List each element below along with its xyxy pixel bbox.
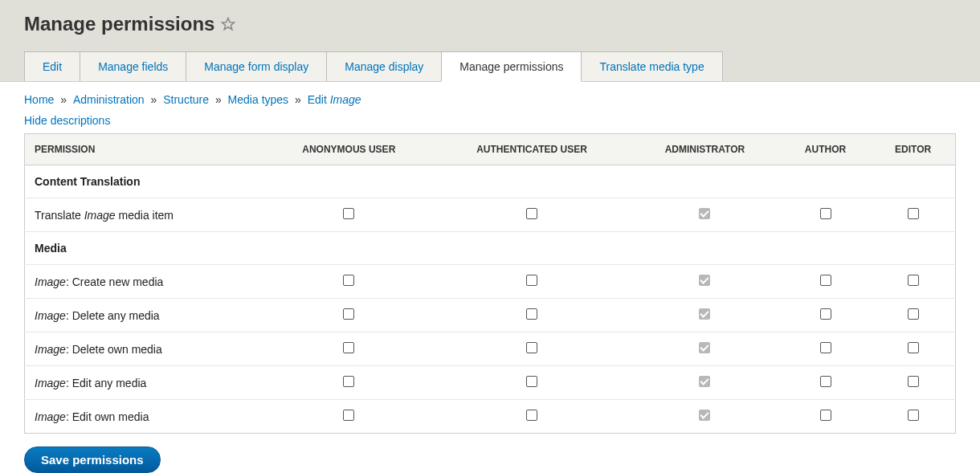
breadcrumb-link[interactable]: Administration: [73, 93, 145, 106]
permission-checkbox[interactable]: [526, 376, 537, 387]
breadcrumb: Home » Administration » Structure » Medi…: [24, 93, 956, 106]
col-role: Author: [780, 134, 872, 165]
permission-checkbox[interactable]: [526, 410, 537, 421]
col-role: Administrator: [630, 134, 780, 165]
permission-checkbox[interactable]: [526, 342, 537, 353]
content-region: Home » Administration » Structure » Medi…: [0, 82, 980, 473]
page-title-text: Manage permissions: [24, 13, 214, 35]
permission-cell: [434, 332, 630, 366]
permission-label: Image: Create new media: [25, 265, 264, 299]
permission-label: Image: Delete own media: [25, 332, 264, 366]
col-role: Anonymous user: [264, 134, 434, 165]
permission-cell: [630, 366, 780, 400]
breadcrumb-separator: »: [292, 93, 304, 106]
permission-checkbox[interactable]: [343, 308, 354, 320]
permission-checkbox[interactable]: [820, 208, 831, 219]
tabs: EditManage fieldsManage form displayMana…: [24, 51, 956, 81]
permission-checkbox[interactable]: [908, 342, 919, 353]
permission-checkbox: [699, 410, 710, 421]
permission-checkbox[interactable]: [526, 308, 537, 320]
permission-checkbox[interactable]: [820, 376, 831, 387]
permission-label: Image: Delete any media: [25, 299, 264, 332]
permission-checkbox: [699, 308, 710, 320]
permission-cell: [264, 299, 434, 332]
col-permission: Permission: [25, 134, 264, 165]
tab-manage-form-display[interactable]: Manage form display: [186, 51, 327, 81]
permission-cell: [780, 400, 872, 434]
table-row: Translate Image media item: [25, 198, 956, 232]
permission-checkbox[interactable]: [343, 376, 354, 387]
breadcrumb-link[interactable]: Home: [24, 93, 54, 106]
permission-checkbox: [699, 275, 710, 286]
table-row: Image: Delete any media: [25, 299, 956, 332]
permission-checkbox[interactable]: [820, 342, 831, 353]
table-row: Image: Create new media: [25, 265, 956, 299]
permission-checkbox[interactable]: [908, 410, 919, 421]
star-outline-icon[interactable]: [221, 17, 235, 31]
permission-cell: [264, 400, 434, 434]
permission-cell: [434, 265, 630, 299]
permission-checkbox: [699, 208, 710, 219]
tab-manage-display[interactable]: Manage display: [326, 51, 442, 81]
permission-checkbox[interactable]: [908, 376, 919, 387]
permission-cell: [630, 265, 780, 299]
permission-cell: [780, 265, 872, 299]
permissions-table: PermissionAnonymous userAuthenticated us…: [24, 133, 956, 434]
tab-translate-media-type[interactable]: Translate media type: [581, 51, 722, 81]
permission-cell: [871, 332, 955, 366]
permission-checkbox[interactable]: [908, 308, 919, 320]
permission-cell: [264, 366, 434, 400]
permission-checkbox[interactable]: [343, 342, 354, 353]
permission-checkbox[interactable]: [908, 208, 919, 219]
permission-checkbox[interactable]: [820, 410, 831, 421]
permission-cell: [871, 366, 955, 400]
permission-cell: [630, 299, 780, 332]
permission-cell: [871, 198, 955, 232]
tab-manage-fields[interactable]: Manage fields: [80, 51, 186, 81]
permission-label: Image: Edit any media: [25, 366, 264, 400]
permission-cell: [264, 265, 434, 299]
permission-cell: [630, 332, 780, 366]
permission-cell: [264, 332, 434, 366]
tab-edit[interactable]: Edit: [24, 51, 80, 81]
save-button[interactable]: Save permissions: [24, 446, 161, 473]
breadcrumb-link[interactable]: Media types: [228, 93, 288, 106]
permission-cell: [434, 299, 630, 332]
breadcrumb-link[interactable]: Structure: [163, 93, 209, 106]
permission-cell: [630, 400, 780, 434]
permission-checkbox[interactable]: [526, 208, 537, 219]
permission-checkbox: [699, 342, 710, 353]
table-row: Image: Delete own media: [25, 332, 956, 366]
permission-checkbox[interactable]: [343, 208, 354, 219]
permission-checkbox[interactable]: [526, 275, 537, 286]
breadcrumb-separator: »: [57, 93, 70, 106]
permission-checkbox[interactable]: [908, 275, 919, 286]
hide-descriptions-link[interactable]: Hide descriptions: [24, 114, 110, 127]
col-role: Editor: [871, 134, 955, 165]
permission-cell: [871, 265, 955, 299]
permission-cell: [780, 332, 872, 366]
permission-cell: [780, 198, 872, 232]
permission-checkbox[interactable]: [343, 275, 354, 286]
permission-checkbox[interactable]: [820, 308, 831, 320]
breadcrumb-current[interactable]: Edit Image: [308, 93, 361, 106]
permission-checkbox[interactable]: [343, 410, 354, 421]
permission-section: Content Translation: [25, 165, 956, 198]
permission-label: Image: Edit own media: [25, 400, 264, 434]
breadcrumb-separator: »: [212, 93, 225, 106]
svg-marker-0: [223, 18, 235, 30]
permission-checkbox[interactable]: [820, 275, 831, 286]
table-row: Image: Edit any media: [25, 366, 956, 400]
permission-cell: [434, 400, 630, 434]
permission-label: Translate Image media item: [25, 198, 264, 232]
permission-cell: [780, 366, 872, 400]
header-region: Manage permissions EditManage fieldsMana…: [0, 0, 980, 82]
breadcrumb-separator: »: [148, 93, 161, 106]
permission-cell: [264, 198, 434, 232]
permission-section: Media: [25, 232, 956, 265]
permission-cell: [780, 299, 872, 332]
permission-cell: [434, 198, 630, 232]
permission-checkbox: [699, 376, 710, 387]
tab-manage-permissions[interactable]: Manage permissions: [441, 51, 582, 82]
page-title: Manage permissions: [24, 13, 956, 35]
